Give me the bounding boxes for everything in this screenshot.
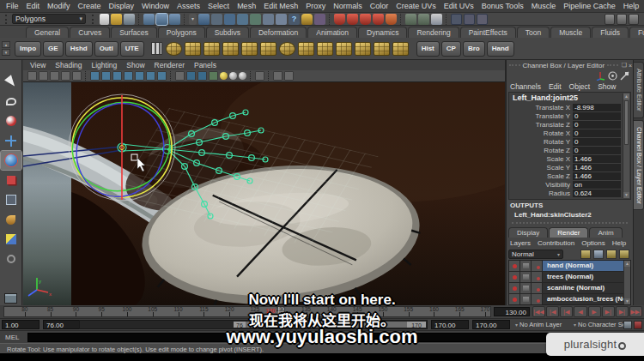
textured-display-icon[interactable] xyxy=(197,71,207,81)
menu-item[interactable]: Proxy xyxy=(306,2,325,10)
use-all-lights-icon[interactable] xyxy=(209,71,218,81)
speed-dial-icon[interactable] xyxy=(608,71,617,81)
input-connections-icon[interactable] xyxy=(405,14,416,25)
drag-grip[interactable] xyxy=(92,15,96,24)
select-rendering-mask-icon[interactable] xyxy=(276,14,287,25)
field-chart-icon[interactable] xyxy=(135,71,144,81)
wireframe-display-icon[interactable] xyxy=(175,71,185,81)
shelf-tab[interactable]: Fluids xyxy=(592,27,629,38)
poly-barrel-icon[interactable] xyxy=(392,42,409,56)
toolbox-spacer[interactable] xyxy=(1,269,21,288)
shelf-tab[interactable]: Fur xyxy=(629,27,644,38)
output-connections-icon[interactable] xyxy=(418,14,429,25)
menu-item[interactable]: Assets xyxy=(177,2,200,10)
menu-item[interactable]: File xyxy=(6,2,19,10)
xray-display-icon[interactable] xyxy=(273,71,283,81)
new-empty-layer-icon[interactable] xyxy=(606,250,617,259)
separator[interactable] xyxy=(85,71,87,81)
last-tool[interactable] xyxy=(1,250,21,268)
camera-attributes-icon[interactable] xyxy=(27,71,37,81)
snap-to-view-planes-icon[interactable] xyxy=(373,14,384,25)
render-layer-row[interactable]: trees (Normal) xyxy=(509,272,630,283)
separator[interactable] xyxy=(446,14,447,25)
select-all-mask-icon[interactable] xyxy=(198,14,210,25)
float-panel-icon[interactable]: ❏ xyxy=(622,62,627,69)
safe-title-icon[interactable] xyxy=(157,71,167,81)
menu-item[interactable]: Muscle xyxy=(532,2,556,10)
menu-item[interactable]: Modify xyxy=(47,2,70,10)
separator[interactable] xyxy=(268,71,270,81)
snap-to-grid-icon[interactable] xyxy=(334,14,345,25)
move-tool[interactable] xyxy=(1,131,21,150)
poly-cubes-icon[interactable] xyxy=(298,42,314,56)
layer-editor-menu-item[interactable]: Help xyxy=(612,239,626,247)
new-scene-icon[interactable] xyxy=(100,14,109,25)
select-points-mask-icon[interactable] xyxy=(211,14,222,25)
show-attribute-editor-icon[interactable] xyxy=(605,14,615,25)
shelf-tab[interactable]: Surfaces xyxy=(111,27,157,38)
shelf-button[interactable]: Outl xyxy=(94,41,118,57)
menu-item[interactable]: Help xyxy=(623,2,640,10)
ipr-render-icon[interactable] xyxy=(464,14,475,25)
separator[interactable] xyxy=(400,14,402,25)
menu-item[interactable]: Edit Mesh xyxy=(264,2,298,10)
move-layer-down-icon[interactable] xyxy=(593,250,604,259)
shelf-tab[interactable]: PaintEffects xyxy=(460,27,516,38)
rotate-tool[interactable] xyxy=(1,151,21,170)
shaded-display-icon[interactable] xyxy=(186,71,196,81)
default-light-icon[interactable] xyxy=(220,72,228,80)
shelf-button[interactable]: UTE xyxy=(120,41,144,57)
layer-visibility-toggle[interactable] xyxy=(520,261,532,271)
film-gate-icon[interactable] xyxy=(101,71,111,81)
show-manipulator-tool[interactable] xyxy=(1,230,21,249)
separator[interactable] xyxy=(138,14,140,25)
channel-value-field[interactable]: 0 xyxy=(573,138,621,146)
shelf-tab[interactable]: Deformation xyxy=(250,27,307,38)
scale-tool[interactable] xyxy=(1,171,21,190)
channel-box-menu-item[interactable]: Edit xyxy=(549,82,562,91)
separator[interactable] xyxy=(329,14,331,25)
poly-cubes-icon[interactable] xyxy=(336,42,352,56)
shelf-scroll-down-icon[interactable]: ▾ xyxy=(2,49,10,56)
layer-name[interactable]: hand (Normal) xyxy=(543,261,630,271)
menu-set-selector[interactable]: Polygons ▾ xyxy=(12,14,86,24)
drag-grip[interactable] xyxy=(509,64,520,66)
panel-menu-item[interactable]: Shading xyxy=(55,61,82,69)
panel-menu-item[interactable]: Lighting xyxy=(91,61,117,69)
channel-value-field[interactable]: 1.466 xyxy=(573,155,621,163)
shelf-columns-icon[interactable] xyxy=(151,42,162,55)
channel-value-field[interactable]: 0.624 xyxy=(573,190,621,197)
shelf-tab[interactable]: Subdivs xyxy=(206,27,249,38)
separator[interactable] xyxy=(170,71,172,81)
select-misc-mask-icon[interactable]: ? xyxy=(289,14,300,25)
paint-selection-tool[interactable] xyxy=(1,111,21,130)
channel-box-menu-item[interactable]: Channels xyxy=(510,82,541,91)
new-layer-from-selected-icon[interactable] xyxy=(619,250,629,259)
layer-overrides-toggle[interactable] xyxy=(532,272,543,282)
menu-item[interactable]: Bonus Tools xyxy=(482,2,524,10)
select-deformations-mask-icon[interactable] xyxy=(250,14,261,25)
menu-item[interactable]: Edit xyxy=(27,2,40,10)
2d-pan-zoom-icon[interactable] xyxy=(61,71,70,81)
snap-to-points-icon[interactable] xyxy=(360,14,371,25)
channel-box-menu-item[interactable]: Object xyxy=(569,82,591,91)
menu-item[interactable]: Select xyxy=(208,2,229,10)
layer-editor-menu-item[interactable]: Layers xyxy=(510,239,531,247)
poly-cube-icon[interactable] xyxy=(204,42,220,56)
channel-value-field[interactable]: 0 xyxy=(573,147,621,154)
menu-item[interactable]: Display xyxy=(109,2,135,10)
channel-value-field[interactable]: on xyxy=(573,181,621,189)
menu-item[interactable]: Pipeline Cache xyxy=(563,2,616,10)
channel-value-field[interactable]: 1.466 xyxy=(573,172,621,180)
menu-item[interactable]: Window xyxy=(142,2,169,10)
render-settings-icon[interactable] xyxy=(477,14,488,25)
poly-cube-icon[interactable] xyxy=(185,42,201,56)
shelf-button[interactable]: GE xyxy=(43,41,64,57)
channel-value-field[interactable]: 0 xyxy=(573,112,621,120)
shelf-tab[interactable]: Rendering xyxy=(408,27,459,38)
poly-sphere-icon[interactable] xyxy=(166,42,182,56)
shelf-button[interactable]: Bro xyxy=(463,41,485,57)
shelf-button[interactable]: Hand xyxy=(487,41,514,57)
panel-side-tab[interactable]: Attribute Editor xyxy=(634,62,644,118)
close-panel-icon[interactable]: × xyxy=(629,63,632,69)
